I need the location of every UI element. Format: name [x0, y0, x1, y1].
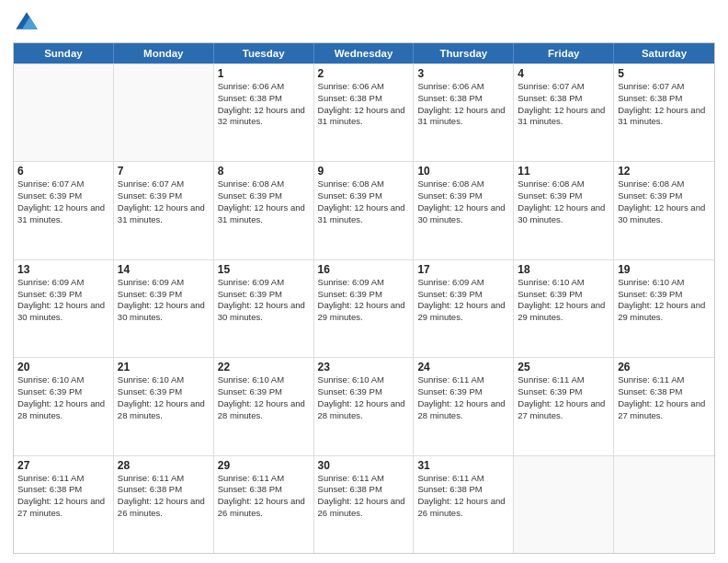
- day-number: 26: [618, 361, 711, 373]
- calendar-cell: 21Sunrise: 6:10 AM Sunset: 6:39 PM Dayli…: [114, 358, 214, 454]
- day-number: 5: [618, 67, 711, 80]
- calendar-cell: 10Sunrise: 6:08 AM Sunset: 6:39 PM Dayli…: [414, 162, 514, 259]
- calendar-cell: 19Sunrise: 6:10 AM Sunset: 6:39 PM Dayli…: [614, 260, 714, 357]
- day-info: Sunrise: 6:11 AM Sunset: 6:38 PM Dayligh…: [17, 473, 109, 520]
- calendar-row-4: 27Sunrise: 6:11 AM Sunset: 6:38 PM Dayli…: [14, 455, 714, 553]
- day-info: Sunrise: 6:10 AM Sunset: 6:39 PM Dayligh…: [518, 277, 609, 324]
- calendar-cell: 26Sunrise: 6:11 AM Sunset: 6:38 PM Dayli…: [614, 358, 714, 454]
- weekday-header-wednesday: Wednesday: [314, 43, 415, 63]
- calendar-cell: 1Sunrise: 6:06 AM Sunset: 6:38 PM Daylig…: [214, 64, 314, 161]
- day-number: 20: [17, 361, 109, 373]
- day-info: Sunrise: 6:11 AM Sunset: 6:39 PM Dayligh…: [518, 374, 609, 421]
- calendar-cell: 23Sunrise: 6:10 AM Sunset: 6:39 PM Dayli…: [314, 358, 415, 454]
- day-info: Sunrise: 6:11 AM Sunset: 6:38 PM Dayligh…: [118, 473, 210, 520]
- day-info: Sunrise: 6:06 AM Sunset: 6:38 PM Dayligh…: [318, 81, 410, 128]
- calendar-row-0: 1Sunrise: 6:06 AM Sunset: 6:38 PM Daylig…: [14, 63, 714, 161]
- calendar-cell: 30Sunrise: 6:11 AM Sunset: 6:38 PM Dayli…: [314, 456, 415, 553]
- weekday-header-thursday: Thursday: [414, 43, 514, 63]
- day-info: Sunrise: 6:09 AM Sunset: 6:39 PM Dayligh…: [118, 277, 210, 324]
- weekday-header-monday: Monday: [114, 43, 214, 63]
- day-number: 30: [318, 459, 410, 472]
- calendar-cell: [14, 64, 114, 161]
- logo-icon: [13, 9, 40, 37]
- day-number: 27: [17, 459, 109, 472]
- day-number: 23: [318, 361, 410, 373]
- calendar-cell: [614, 456, 714, 553]
- calendar-cell: 12Sunrise: 6:08 AM Sunset: 6:39 PM Dayli…: [614, 162, 714, 259]
- header: [13, 9, 715, 37]
- day-number: 8: [218, 165, 310, 178]
- calendar-cell: 24Sunrise: 6:11 AM Sunset: 6:39 PM Dayli…: [414, 358, 514, 454]
- calendar-cell: 11Sunrise: 6:08 AM Sunset: 6:39 PM Dayli…: [514, 162, 614, 259]
- calendar-cell: 7Sunrise: 6:07 AM Sunset: 6:39 PM Daylig…: [114, 162, 214, 259]
- day-number: 17: [417, 263, 509, 276]
- calendar-cell: 31Sunrise: 6:11 AM Sunset: 6:38 PM Dayli…: [414, 456, 514, 553]
- calendar-cell: 9Sunrise: 6:08 AM Sunset: 6:39 PM Daylig…: [314, 162, 415, 259]
- day-number: 16: [318, 263, 410, 276]
- calendar-cell: [114, 64, 214, 161]
- calendar-cell: 15Sunrise: 6:09 AM Sunset: 6:39 PM Dayli…: [214, 260, 314, 357]
- calendar-row-3: 20Sunrise: 6:10 AM Sunset: 6:39 PM Dayli…: [14, 357, 714, 454]
- day-info: Sunrise: 6:11 AM Sunset: 6:39 PM Dayligh…: [417, 374, 509, 421]
- day-number: 10: [417, 165, 509, 178]
- calendar-cell: 17Sunrise: 6:09 AM Sunset: 6:39 PM Dayli…: [414, 260, 514, 357]
- day-info: Sunrise: 6:07 AM Sunset: 6:38 PM Dayligh…: [618, 81, 711, 128]
- day-number: 15: [218, 263, 310, 276]
- day-number: 31: [417, 459, 509, 472]
- day-info: Sunrise: 6:09 AM Sunset: 6:39 PM Dayligh…: [218, 277, 310, 324]
- day-info: Sunrise: 6:11 AM Sunset: 6:38 PM Dayligh…: [218, 473, 310, 520]
- day-info: Sunrise: 6:07 AM Sunset: 6:39 PM Dayligh…: [17, 178, 109, 225]
- weekday-header-friday: Friday: [514, 43, 614, 63]
- calendar-body: 1Sunrise: 6:06 AM Sunset: 6:38 PM Daylig…: [14, 63, 714, 553]
- page: SundayMondayTuesdayWednesdayThursdayFrid…: [0, 0, 728, 563]
- calendar-cell: 14Sunrise: 6:09 AM Sunset: 6:39 PM Dayli…: [114, 260, 214, 357]
- day-info: Sunrise: 6:10 AM Sunset: 6:39 PM Dayligh…: [618, 277, 711, 324]
- day-number: 25: [518, 361, 609, 373]
- day-info: Sunrise: 6:07 AM Sunset: 6:38 PM Dayligh…: [518, 81, 609, 128]
- day-info: Sunrise: 6:09 AM Sunset: 6:39 PM Dayligh…: [417, 277, 509, 324]
- calendar-cell: 22Sunrise: 6:10 AM Sunset: 6:39 PM Dayli…: [214, 358, 314, 454]
- calendar-cell: 6Sunrise: 6:07 AM Sunset: 6:39 PM Daylig…: [14, 162, 114, 259]
- day-number: 11: [518, 165, 609, 178]
- day-info: Sunrise: 6:08 AM Sunset: 6:39 PM Dayligh…: [417, 178, 509, 225]
- day-info: Sunrise: 6:09 AM Sunset: 6:39 PM Dayligh…: [17, 277, 109, 324]
- day-info: Sunrise: 6:10 AM Sunset: 6:39 PM Dayligh…: [17, 374, 109, 421]
- calendar-cell: 28Sunrise: 6:11 AM Sunset: 6:38 PM Dayli…: [114, 456, 214, 553]
- day-number: 13: [17, 263, 109, 276]
- day-number: 14: [118, 263, 210, 276]
- day-info: Sunrise: 6:06 AM Sunset: 6:38 PM Dayligh…: [218, 81, 310, 128]
- logo: [13, 9, 42, 37]
- day-info: Sunrise: 6:10 AM Sunset: 6:39 PM Dayligh…: [118, 374, 210, 421]
- calendar-cell: 8Sunrise: 6:08 AM Sunset: 6:39 PM Daylig…: [214, 162, 314, 259]
- calendar-cell: [514, 456, 614, 553]
- calendar-cell: 27Sunrise: 6:11 AM Sunset: 6:38 PM Dayli…: [14, 456, 114, 553]
- day-number: 3: [417, 67, 509, 80]
- weekday-header-tuesday: Tuesday: [214, 43, 314, 63]
- day-number: 28: [118, 459, 210, 472]
- calendar-cell: 16Sunrise: 6:09 AM Sunset: 6:39 PM Dayli…: [314, 260, 415, 357]
- day-info: Sunrise: 6:08 AM Sunset: 6:39 PM Dayligh…: [518, 178, 609, 225]
- day-number: 29: [218, 459, 310, 472]
- calendar-header: SundayMondayTuesdayWednesdayThursdayFrid…: [14, 43, 714, 63]
- calendar-cell: 2Sunrise: 6:06 AM Sunset: 6:38 PM Daylig…: [314, 64, 415, 161]
- day-info: Sunrise: 6:10 AM Sunset: 6:39 PM Dayligh…: [218, 374, 310, 421]
- day-number: 1: [218, 67, 310, 80]
- calendar-cell: 3Sunrise: 6:06 AM Sunset: 6:38 PM Daylig…: [414, 64, 514, 161]
- calendar-cell: 4Sunrise: 6:07 AM Sunset: 6:38 PM Daylig…: [514, 64, 614, 161]
- day-info: Sunrise: 6:08 AM Sunset: 6:39 PM Dayligh…: [318, 178, 410, 225]
- day-info: Sunrise: 6:11 AM Sunset: 6:38 PM Dayligh…: [618, 374, 711, 421]
- day-info: Sunrise: 6:08 AM Sunset: 6:39 PM Dayligh…: [618, 178, 711, 225]
- weekday-header-saturday: Saturday: [614, 43, 714, 63]
- day-info: Sunrise: 6:07 AM Sunset: 6:39 PM Dayligh…: [118, 178, 210, 225]
- day-info: Sunrise: 6:06 AM Sunset: 6:38 PM Dayligh…: [417, 81, 509, 128]
- calendar-cell: 25Sunrise: 6:11 AM Sunset: 6:39 PM Dayli…: [514, 358, 614, 454]
- calendar-row-2: 13Sunrise: 6:09 AM Sunset: 6:39 PM Dayli…: [14, 259, 714, 357]
- day-number: 18: [518, 263, 609, 276]
- day-number: 2: [318, 67, 410, 80]
- calendar-cell: 20Sunrise: 6:10 AM Sunset: 6:39 PM Dayli…: [14, 358, 114, 454]
- day-info: Sunrise: 6:11 AM Sunset: 6:38 PM Dayligh…: [318, 473, 410, 520]
- day-number: 22: [218, 361, 310, 373]
- day-info: Sunrise: 6:08 AM Sunset: 6:39 PM Dayligh…: [218, 178, 310, 225]
- day-number: 9: [318, 165, 410, 178]
- weekday-header-sunday: Sunday: [14, 43, 114, 63]
